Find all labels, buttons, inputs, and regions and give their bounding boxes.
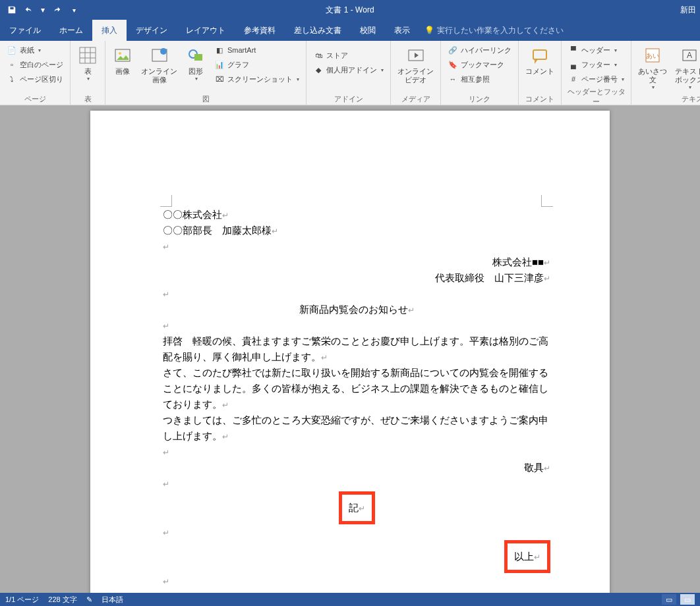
tab-references[interactable]: 参考資料 — [235, 20, 285, 41]
shapes-button[interactable]: 図形 — [183, 43, 209, 83]
doc-empty-line[interactable]: ↵ — [163, 286, 550, 302]
header-label: ヘッダー — [581, 45, 610, 55]
online-video-button[interactable]: オンライン ビデオ — [395, 43, 436, 86]
page[interactable]: 〇〇株式会社↵ 〇〇部部長 加藤太郎様↵ ↵ 株式会社■■↵ 代表取締役 山下三… — [90, 111, 610, 593]
screenshot-icon: ⌧ — [214, 74, 225, 84]
doc-keigu[interactable]: 敬具↵ — [163, 460, 550, 476]
qat-customize[interactable]: ▾ — [66, 2, 82, 18]
cover-page-label: 表紙 — [20, 45, 34, 55]
undo-dropdown[interactable]: ▾ — [38, 2, 47, 18]
window-title: 文書 1 - Word — [326, 5, 374, 16]
doc-empty-line[interactable]: ↵ — [163, 317, 550, 333]
smartart-icon: ◧ — [214, 45, 225, 55]
group-text: あい あいさつ 文 A テキスト ボックス ▤ A A≡ ✎ 📅 ▭ テキスト — [631, 41, 700, 105]
header-button[interactable]: ▀ヘッダー — [566, 43, 627, 57]
margin-corner-tl — [160, 195, 172, 207]
blank-page-icon: ▫ — [7, 59, 17, 70]
store-button[interactable]: 🛍ストア — [310, 49, 386, 62]
tab-home[interactable]: ホーム — [50, 20, 92, 41]
ribbon-tabs: ファイル ホーム 挿入 デザイン レイアウト 参考資料 差し込み文書 校閲 表示… — [0, 20, 700, 41]
doc-ijo[interactable]: 以上↵ — [163, 540, 550, 573]
svg-text:A: A — [687, 51, 692, 60]
svg-rect-12 — [533, 50, 546, 59]
comment-label: コメント — [525, 67, 554, 76]
page-number-button[interactable]: #ページ番号 — [566, 72, 627, 86]
doc-paragraph-1[interactable]: 拝啓 軽暖の候、貴社ますますご繁栄のこととお慶び申し上げます。平素は格別のご高配… — [163, 333, 550, 365]
hyperlink-label: ハイパーリンク — [461, 45, 511, 55]
doc-line-sender-name[interactable]: 代表取締役 山下三津彦↵ — [163, 270, 550, 286]
status-page[interactable]: 1/1 ページ — [5, 595, 39, 605]
store-label: ストア — [326, 51, 348, 61]
svg-point-6 — [119, 52, 121, 55]
document-area[interactable]: 〇〇株式会社↵ 〇〇部部長 加藤太郎様↵ ↵ 株式会社■■↵ 代表取締役 山下三… — [0, 105, 700, 593]
tab-view[interactable]: 表示 — [385, 20, 419, 41]
comment-button[interactable]: コメント — [523, 43, 557, 77]
textbox-button[interactable]: A テキスト ボックス — [672, 43, 700, 92]
blank-page-button[interactable]: ▫空白のページ — [4, 58, 66, 71]
status-proofing-icon[interactable]: ✎ — [86, 595, 92, 604]
group-illustrations-label: 図 — [109, 93, 302, 105]
read-mode-button[interactable]: ▭ — [662, 594, 676, 605]
bookmark-icon: 🔖 — [448, 59, 458, 70]
tab-file[interactable]: ファイル — [0, 20, 50, 41]
chart-button[interactable]: 📊グラフ — [212, 58, 302, 71]
doc-line-sender-company[interactable]: 株式会社■■↵ — [163, 254, 550, 270]
doc-empty-line[interactable]: ↵ — [163, 573, 550, 589]
smartart-button[interactable]: ◧SmartArt — [212, 43, 302, 57]
textbox-label: テキスト ボックス — [675, 67, 700, 84]
tab-layout[interactable]: レイアウト — [177, 20, 235, 41]
doc-line-recipient-name[interactable]: 〇〇部部長 加藤太郎様↵ — [163, 223, 550, 238]
svg-text:あい: あい — [646, 52, 659, 59]
save-button[interactable] — [4, 2, 20, 18]
tell-me-search[interactable]: 💡 実行したい作業を入力してください — [424, 20, 564, 41]
doc-paragraph-2[interactable]: さて、このたび弊社では新たに取り扱いを開始する新商品についての内覧会を開催するこ… — [163, 365, 550, 412]
status-language[interactable]: 日本語 — [102, 595, 123, 605]
greeting-button[interactable]: あい あいさつ 文 — [635, 43, 670, 92]
online-video-label: オンライン ビデオ — [397, 67, 434, 84]
margin-corner-tr — [541, 195, 553, 207]
shapes-label: 図形 — [189, 67, 203, 76]
screenshot-button[interactable]: ⌧スクリーンショット — [212, 72, 302, 86]
doc-empty-line[interactable]: ↵ — [163, 444, 550, 460]
table-button[interactable]: 表 — [74, 43, 101, 83]
comment-icon — [529, 45, 550, 66]
tab-design[interactable]: デザイン — [127, 20, 177, 41]
group-comments: コメント コメント — [519, 41, 562, 105]
doc-ki[interactable]: 記↵ — [163, 491, 550, 524]
doc-empty-line[interactable]: ↵ — [163, 238, 550, 254]
redo-button[interactable] — [49, 2, 65, 18]
status-word-count[interactable]: 228 文字 — [48, 595, 76, 605]
tab-insert[interactable]: 挿入 — [92, 20, 127, 41]
page-break-label: ページ区切り — [20, 74, 63, 84]
pagenum-icon: # — [568, 74, 579, 84]
group-illustrations: 画像 オンライン 画像 図形 ◧SmartArt 📊グラフ ⌧スクリーンショット… — [105, 41, 306, 105]
pictures-button[interactable]: 画像 — [109, 43, 136, 77]
status-bar: 1/1 ページ 228 文字 ✎ 日本語 ▭ ▭ — [0, 593, 700, 606]
cover-page-icon: 📄 — [7, 45, 17, 55]
tab-review[interactable]: 校閲 — [351, 20, 385, 41]
smartart-label: SmartArt — [227, 46, 256, 54]
doc-empty-line[interactable]: ↵ — [163, 476, 550, 491]
cover-page-button[interactable]: 📄表紙 — [4, 43, 66, 57]
footer-button[interactable]: ▄フッター — [566, 58, 627, 71]
hyperlink-button[interactable]: 🔗ハイパーリンク — [445, 43, 514, 57]
group-addins: 🛍ストア ◆個人用アドイン アドイン — [306, 41, 391, 105]
print-layout-button[interactable]: ▭ — [680, 594, 695, 605]
footer-label: フッター — [581, 60, 610, 70]
tab-mailings[interactable]: 差し込み文書 — [285, 20, 351, 41]
doc-empty-line[interactable]: ↵ — [163, 524, 550, 540]
tell-me-label: 実行したい作業を入力してください — [437, 25, 564, 36]
textbox-icon: A — [679, 45, 700, 66]
my-addins-button[interactable]: ◆個人用アドイン — [310, 63, 386, 76]
online-pictures-icon — [149, 45, 170, 66]
cross-reference-button[interactable]: ↔相互参照 — [445, 72, 514, 86]
bookmark-button[interactable]: 🔖ブックマーク — [445, 58, 514, 71]
undo-button[interactable] — [21, 2, 37, 18]
doc-paragraph-3[interactable]: つきましては、ご多忙のところ大変恐縮ですが、ぜひご来場くださいますようご案内申し… — [163, 412, 550, 444]
page-break-button[interactable]: ⤵ページ区切り — [4, 72, 66, 86]
doc-title[interactable]: 新商品内覧会のお知らせ↵ — [163, 302, 550, 317]
pictures-label: 画像 — [115, 67, 130, 76]
group-tables: 表 表 — [71, 41, 105, 105]
doc-line-recipient-company[interactable]: 〇〇株式会社↵ — [163, 207, 550, 223]
online-pictures-button[interactable]: オンライン 画像 — [138, 43, 180, 86]
